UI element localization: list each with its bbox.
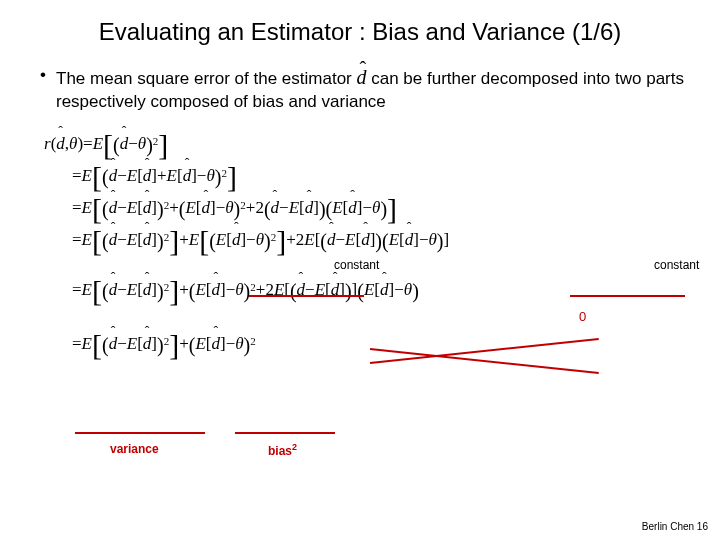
sym-E: E	[304, 231, 314, 248]
lparen: (	[189, 335, 196, 355]
sym-dhat: d	[305, 199, 314, 216]
slide: Evaluating an Estimator : Bias and Varia…	[0, 0, 720, 540]
bullet-text: The mean square error of the estimator d…	[40, 64, 692, 114]
sym-2: 2	[255, 199, 264, 216]
lparen: (	[102, 335, 109, 355]
big-lbracket: [	[92, 330, 102, 360]
sym-dhat: d	[143, 199, 152, 216]
bias-sup: 2	[292, 442, 297, 452]
lparen: (	[357, 281, 364, 301]
sym-E: E	[82, 335, 92, 352]
sym-E: E	[345, 231, 355, 248]
lparen: (	[264, 199, 271, 219]
rparen: )	[375, 231, 382, 251]
big-lbracket: [	[199, 226, 209, 256]
constant-label-2: constant	[654, 259, 699, 271]
sym-dhat: d	[201, 199, 210, 216]
rparen: )	[146, 135, 153, 155]
sym-dhat: d	[405, 231, 414, 248]
sym-equals: =	[72, 281, 82, 298]
sym-E: E	[93, 135, 103, 152]
sym-E: E	[127, 335, 137, 352]
sym-minus: −	[128, 135, 138, 152]
sym-E: E	[82, 167, 92, 184]
sym-E: E	[289, 199, 299, 216]
sym-E: E	[195, 335, 205, 352]
math-block: r ( d , θ ) = E [ ( d − θ ) 2 ] = E [ ( …	[44, 128, 692, 360]
slide-footer: Berlin Chen 16	[642, 521, 708, 532]
big-rbracket: ]	[276, 226, 286, 256]
slide-title: Evaluating an Estimator : Bias and Varia…	[28, 18, 692, 46]
bullet-pre: The mean square error of the estimator	[56, 69, 356, 88]
lparen: (	[382, 231, 389, 251]
lparen: (	[290, 281, 297, 301]
sym-dhat: d	[143, 281, 152, 298]
sym-theta: θ	[235, 335, 243, 352]
sym-minus: −	[226, 281, 236, 298]
sym-equals: =	[72, 167, 82, 184]
sym-equals: =	[72, 199, 82, 216]
eq-line-3: = E [ ( d − E [ d ] ) 2 + ( E [ d ] − θ …	[44, 192, 692, 224]
sym-minus: −	[246, 231, 256, 248]
big-rbracket: ]	[169, 226, 179, 256]
sym-theta: θ	[256, 231, 264, 248]
d-hat-char: d	[356, 64, 366, 91]
sym-dhat: d	[109, 199, 118, 216]
sym-plus: +	[157, 167, 167, 184]
rparen: )	[157, 231, 164, 251]
sym-r: r	[44, 135, 51, 152]
sym-dhat: d	[327, 231, 336, 248]
rparen: )	[244, 335, 251, 355]
rparen: )	[437, 231, 444, 251]
rparen: )	[319, 199, 326, 219]
lparen: (	[189, 281, 196, 301]
sym-minus: −	[117, 167, 127, 184]
sym-E: E	[127, 231, 137, 248]
sym-plus: +	[246, 199, 256, 216]
big-lbracket: [	[92, 226, 102, 256]
eq-line-2: = E [ ( d − E [ d ] + E [ d ] − θ ) 2 ]	[44, 160, 692, 192]
sym-E: E	[364, 281, 374, 298]
sym-minus: −	[117, 281, 127, 298]
sym-plus: +	[169, 199, 179, 216]
constant-label-1: constant	[334, 259, 379, 271]
sym-dhat: d	[143, 167, 152, 184]
sym-theta: θ	[69, 135, 77, 152]
lparen: (	[102, 231, 109, 251]
sym-E: E	[82, 231, 92, 248]
lparen: (	[326, 199, 333, 219]
sym-dhat: d	[232, 231, 241, 248]
sym-minus: −	[394, 281, 404, 298]
sym-theta: θ	[235, 281, 243, 298]
big-rbracket: ]	[387, 194, 397, 224]
lparen: (	[102, 281, 109, 301]
big-rbracket: ]	[169, 330, 179, 360]
sym-E: E	[195, 281, 205, 298]
lparen: (	[179, 199, 186, 219]
sym-dhat: d	[211, 335, 220, 352]
rparen: )	[244, 281, 251, 301]
big-rbracket: ]	[158, 130, 168, 160]
sym-dhat: d	[109, 281, 118, 298]
sym-E: E	[127, 281, 137, 298]
sym-E: E	[389, 231, 399, 248]
sym-theta: θ	[206, 167, 214, 184]
sym-minus: −	[419, 231, 429, 248]
zero-annotation: 0	[579, 310, 586, 323]
sym-dhat: d	[120, 135, 129, 152]
sym-E: E	[216, 231, 226, 248]
bias-text: bias	[268, 444, 292, 458]
sup-2: 2	[250, 282, 256, 293]
sym-equals: =	[72, 231, 82, 248]
sym-equals: =	[72, 335, 82, 352]
sym-E: E	[332, 199, 342, 216]
sym-dhat: d	[271, 199, 280, 216]
sym-dhat: d	[348, 199, 357, 216]
sym-plus: +	[286, 231, 296, 248]
eq-line-5: = E [ ( d − E [ d ] ) 2 ] + ( E [ d ] − …	[44, 274, 692, 306]
rbracket: ]	[444, 231, 450, 248]
rparen: )	[345, 281, 352, 301]
sym-minus: −	[197, 167, 207, 184]
sym-E: E	[82, 199, 92, 216]
sym-dhat: d	[109, 167, 118, 184]
